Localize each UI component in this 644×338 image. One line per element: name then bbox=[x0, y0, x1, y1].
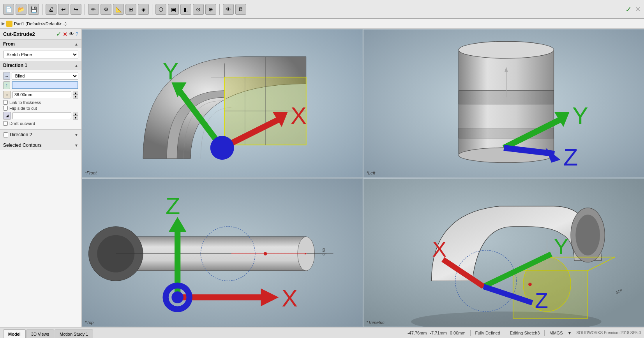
flip-direction-button[interactable]: ↑ bbox=[3, 81, 10, 89]
top-toolbar: 📄 📂 💾 🖨 ↩ ↪ ✏ ⚙ 📐 ⊞ ◈ ⬡ ▣ ◧ ⊙ ⊕ 👁 🖥 ✓ ✕ bbox=[0, 0, 644, 19]
tool6[interactable]: ⊙ bbox=[193, 4, 204, 15]
coord-z: 0.00mm bbox=[450, 331, 466, 335]
direction1-flip-row: ↑ bbox=[3, 81, 78, 89]
3d-views-tab[interactable]: 3D Views bbox=[26, 329, 54, 338]
from-collapse-icon: ▲ bbox=[74, 42, 78, 46]
cancel-top-button[interactable]: ✕ bbox=[635, 5, 641, 14]
tool1[interactable]: ⊞ bbox=[125, 4, 136, 15]
link-thickness-row: Link to thickness bbox=[3, 100, 78, 105]
viewport-trimetric[interactable]: 0.50 Y X Z *Trimetric bbox=[363, 178, 644, 327]
tool7[interactable]: ⊕ bbox=[205, 4, 216, 15]
units-dropdown[interactable]: ▼ bbox=[567, 331, 572, 335]
front-axis-indicator: X Y bbox=[82, 29, 363, 178]
status-divider-3 bbox=[544, 330, 545, 336]
draft-increment-button[interactable]: ▲ bbox=[73, 112, 78, 116]
tool5[interactable]: ◧ bbox=[180, 4, 191, 15]
model-tab[interactable]: Model bbox=[3, 329, 26, 338]
toolbar-sep-4 bbox=[219, 4, 220, 15]
svg-point-13 bbox=[210, 136, 234, 160]
direction2-row[interactable]: Direction 2 ▼ bbox=[0, 130, 81, 140]
breadcrumb-arrow: ▶ bbox=[2, 21, 5, 26]
direction1-type-row: → Blind Through All Up To Next Up To Ver… bbox=[3, 72, 78, 80]
direction1-header[interactable]: Direction 1 ▲ bbox=[0, 61, 81, 70]
svg-line-65 bbox=[483, 287, 532, 303]
svg-text:Y: Y bbox=[572, 102, 588, 129]
svg-point-47 bbox=[171, 291, 183, 303]
depth-increment-button[interactable]: ▲ bbox=[73, 91, 78, 95]
evaluate-button[interactable]: 📐 bbox=[113, 4, 124, 15]
print-button[interactable]: 🖨 bbox=[46, 4, 56, 15]
new-button[interactable]: 📄 bbox=[3, 4, 14, 15]
direction1-type-icon: → bbox=[3, 72, 10, 80]
editing-status: Editing Sketch3 bbox=[510, 331, 540, 335]
direction2-expand-icon: ▼ bbox=[74, 133, 78, 137]
svg-line-61 bbox=[483, 254, 551, 286]
tool4[interactable]: ▣ bbox=[168, 4, 179, 15]
motion-study-tab[interactable]: Motion Study 1 bbox=[55, 329, 93, 338]
viewport-top[interactable]: 0.50 X Z *Top bbox=[82, 178, 363, 327]
view-button[interactable]: 👁 bbox=[223, 4, 234, 15]
svg-line-63 bbox=[443, 259, 483, 286]
second-toolbar: ▶ Part1 (Default<<Default>...) bbox=[0, 19, 644, 29]
features-button[interactable]: ⚙ bbox=[101, 4, 111, 15]
toolbar-sep-1 bbox=[42, 4, 42, 15]
panel-scroll: From ▲ Sketch Plane Surface/Face/Plane V… bbox=[0, 40, 81, 327]
viewport-area: X Y *Front bbox=[82, 29, 644, 327]
draft-outward-checkbox[interactable] bbox=[3, 121, 8, 126]
depth-icon: ↕ bbox=[3, 91, 11, 99]
fully-defined-status: Fully Defined bbox=[475, 331, 500, 335]
draft-input[interactable] bbox=[12, 112, 71, 119]
panel-actions: ✓ ✕ 👁 ? bbox=[56, 30, 78, 38]
status-divider-2 bbox=[505, 330, 505, 336]
flip-side-row: Flip side to cut bbox=[3, 106, 78, 111]
units-status: MMGS bbox=[549, 331, 563, 335]
tool3[interactable]: ⬡ bbox=[155, 4, 166, 15]
redo-button[interactable]: ↪ bbox=[71, 4, 81, 15]
top-viewport-label: *Top bbox=[85, 320, 94, 325]
draft-decrement-button[interactable]: ▼ bbox=[73, 116, 78, 120]
direction1-collapse-icon: ▲ bbox=[74, 63, 78, 68]
link-thickness-checkbox[interactable] bbox=[3, 100, 8, 105]
status-bar: Model 3D Views Motion Study 1 -47.76mm -… bbox=[0, 327, 644, 338]
direction1-reference-input[interactable] bbox=[12, 81, 78, 89]
undo-button[interactable]: ↩ bbox=[58, 4, 69, 15]
trimetric-axis-indicator: Y X Z bbox=[363, 178, 644, 327]
breadcrumb-text: Part1 (Default<<Default>...) bbox=[14, 21, 67, 26]
sketch-button[interactable]: ✏ bbox=[88, 4, 99, 15]
from-select[interactable]: Sketch Plane Surface/Face/Plane Vertex O… bbox=[3, 51, 78, 58]
direction2-checkbox[interactable] bbox=[3, 132, 8, 137]
from-label: From bbox=[3, 41, 15, 47]
from-section-header[interactable]: From ▲ bbox=[0, 40, 81, 48]
display-button[interactable]: 🖥 bbox=[235, 4, 246, 15]
selected-contours-label: Selected Contours bbox=[3, 143, 42, 148]
help-button[interactable]: ? bbox=[76, 31, 78, 37]
depth-input[interactable]: 38.00mm bbox=[12, 91, 71, 98]
depth-decrement-button[interactable]: ▼ bbox=[73, 95, 78, 99]
svg-text:Z: Z bbox=[166, 193, 180, 219]
status-info: -47.76mm -7.71mm 0.00mm Fully Defined Ed… bbox=[93, 330, 641, 336]
save-button[interactable]: 💾 bbox=[28, 4, 39, 15]
tool2[interactable]: ◈ bbox=[138, 4, 149, 15]
accept-button[interactable]: ✓ bbox=[625, 5, 632, 14]
svg-text:Z: Z bbox=[563, 144, 578, 171]
selected-contours-row[interactable]: Selected Contours ▼ bbox=[0, 140, 81, 150]
flip-side-checkbox[interactable] bbox=[3, 106, 8, 111]
viewport-left[interactable]: Y Z *Left bbox=[363, 29, 644, 178]
svg-text:Y: Y bbox=[162, 58, 178, 84]
ok-button[interactable]: ✓ bbox=[56, 30, 61, 38]
left-viewport-label: *Left bbox=[367, 171, 376, 175]
cancel-button[interactable]: ✕ bbox=[63, 31, 67, 37]
draft-outward-row: Draft outward bbox=[3, 121, 78, 126]
viewport-front[interactable]: X Y *Front bbox=[82, 29, 363, 178]
preview-toggle[interactable]: 👁 bbox=[69, 31, 74, 37]
open-button[interactable]: 📂 bbox=[16, 4, 26, 15]
direction1-type-select[interactable]: Blind Through All Up To Next Up To Verte… bbox=[12, 72, 78, 80]
svg-text:Z: Z bbox=[535, 289, 548, 313]
svg-marker-44 bbox=[169, 217, 187, 232]
svg-line-22 bbox=[504, 118, 563, 148]
direction2-label: Direction 2 bbox=[10, 132, 32, 137]
draft-icon: ◢ bbox=[3, 112, 11, 120]
link-thickness-label: Link to thickness bbox=[9, 100, 41, 105]
status-coords: -47.76mm -7.71mm 0.00mm bbox=[408, 331, 466, 335]
coord-y: -7.71mm bbox=[430, 331, 446, 335]
